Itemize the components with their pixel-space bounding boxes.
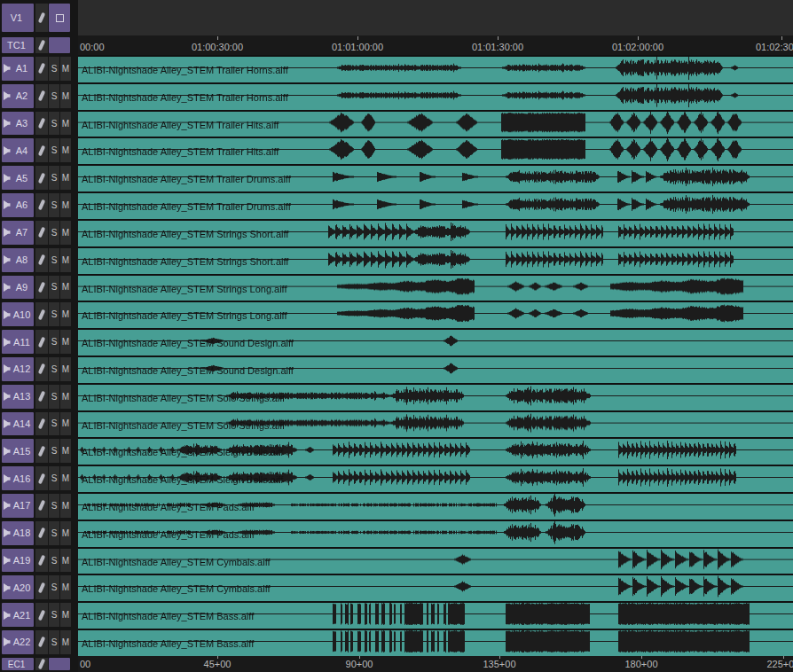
track-selector-a1[interactable]: A1 [2, 57, 34, 81]
solo-button-a19[interactable]: S [49, 549, 59, 573]
pen-tool-cell-tc1[interactable] [35, 37, 48, 53]
solo-button-a7[interactable]: S [49, 221, 59, 245]
track-selector-a15[interactable]: A15 [2, 439, 34, 463]
track-selector-a6[interactable]: A6 [2, 193, 34, 217]
pen-tool-cell-a16[interactable] [35, 466, 48, 490]
solo-button-a22[interactable]: S [49, 630, 59, 654]
track-selector-a9[interactable]: A9 [2, 276, 34, 300]
pen-tool-cell-a15[interactable] [35, 439, 48, 463]
solo-button-a13[interactable]: S [49, 385, 59, 409]
mute-button-a5[interactable]: M [60, 166, 71, 190]
solo-button-a1[interactable]: S [49, 57, 59, 81]
audio-clip-a18[interactable]: ALIBI-Nightshade Alley_STEM Pads.aiff [78, 520, 793, 547]
pen-tool-cell-a3[interactable] [35, 112, 48, 136]
solo-button-a5[interactable]: S [49, 166, 59, 190]
mute-button-a17[interactable]: M [60, 494, 71, 518]
track-selector-a12[interactable]: A12 [2, 357, 34, 381]
mute-button-a21[interactable]: M [60, 603, 71, 627]
mute-button-a16[interactable]: M [60, 466, 71, 490]
mute-button-a7[interactable]: M [60, 221, 71, 245]
track-selector-a19[interactable]: A19 [2, 549, 34, 573]
audio-clip-a16[interactable]: ALIBI-Nightshade Alley_STEM Sleigh Bells… [78, 465, 793, 492]
solo-button-a16[interactable]: S [49, 466, 59, 490]
track-selector-a14[interactable]: A14 [2, 412, 34, 436]
mute-button-a2[interactable]: M [60, 84, 71, 108]
audio-clip-a15[interactable]: ALIBI-Nightshade Alley_STEM Sleigh Bells… [78, 437, 793, 465]
audio-clip-a11[interactable]: ALIBI-Nightshade Alley_STEM Sound Design… [78, 328, 793, 356]
audio-clip-a22[interactable]: ALIBI-Nightshade Alley_STEM Bass.aiff [78, 629, 793, 656]
track-selector-a13[interactable]: A13 [2, 385, 34, 409]
solo-button-a17[interactable]: S [49, 494, 59, 518]
track-selector-a5[interactable]: A5 [2, 166, 34, 190]
audio-clip-a6[interactable]: ALIBI-Nightshade Alley_STEM Trailer Drum… [78, 191, 793, 219]
solo-button-a20[interactable]: S [49, 575, 59, 599]
track-selector-a11[interactable]: A11 [2, 330, 34, 354]
solo-button-a6[interactable]: S [49, 193, 59, 217]
video-track-lane-v1[interactable] [78, 0, 793, 35]
pen-tool-cell-a9[interactable] [35, 276, 48, 300]
pen-tool-cell-a7[interactable] [35, 221, 48, 245]
mute-button-a8[interactable]: M [60, 248, 71, 272]
audio-clip-a13[interactable]: ALIBI-Nightshade Alley_STEM Solo Strings… [78, 383, 793, 410]
audio-clip-a21[interactable]: ALIBI-Nightshade Alley_STEM Bass.aiff [78, 601, 793, 629]
pen-tool-cell-a14[interactable] [35, 412, 48, 436]
audio-clip-a4[interactable]: ALIBI-Nightshade Alley_STEM Trailer Hits… [78, 137, 793, 164]
pen-tool-cell-ec1[interactable] [35, 658, 48, 670]
solo-button-a3[interactable]: S [49, 112, 59, 136]
pen-tool-cell-a11[interactable] [35, 330, 48, 354]
track-selector-a2[interactable]: A2 [2, 84, 34, 108]
audio-clip-a3[interactable]: ALIBI-Nightshade Alley_STEM Trailer Hits… [78, 110, 793, 137]
solo-button-a15[interactable]: S [49, 439, 59, 463]
pen-tool-cell-a5[interactable] [35, 166, 48, 190]
mute-button-a10[interactable]: M [60, 302, 71, 326]
track-selector-a17[interactable]: A17 [2, 494, 34, 518]
pen-tool-cell-a21[interactable] [35, 603, 48, 627]
solo-button-a21[interactable]: S [49, 603, 59, 627]
pen-tool-cell-v1[interactable] [35, 4, 48, 32]
mute-button-a11[interactable]: M [60, 330, 71, 354]
pen-tool-cell-a22[interactable] [35, 630, 48, 654]
audio-clip-a1[interactable]: ALIBI-Nightshade Alley_STEM Trailer Horn… [78, 55, 793, 82]
track-selector-a21[interactable]: A21 [2, 603, 34, 627]
audio-clip-a12[interactable]: ALIBI-Nightshade Alley_STEM Sound Design… [78, 356, 793, 383]
solo-button-a14[interactable]: S [49, 412, 59, 436]
pen-tool-cell-a6[interactable] [35, 193, 48, 217]
track-selector-a8[interactable]: A8 [2, 248, 34, 272]
mute-button-a19[interactable]: M [60, 549, 71, 573]
audio-clip-a14[interactable]: ALIBI-Nightshade Alley_STEM Solo Strings… [78, 410, 793, 438]
solo-button-a10[interactable]: S [49, 302, 59, 326]
pen-tool-cell-a1[interactable] [35, 57, 48, 81]
audio-clip-a8[interactable]: ALIBI-Nightshade Alley_STEM Strings Shor… [78, 246, 793, 274]
solo-button-a4[interactable]: S [49, 138, 59, 162]
pen-tool-cell-a17[interactable] [35, 494, 48, 518]
mute-button-a15[interactable]: M [60, 439, 71, 463]
mute-button-a3[interactable]: M [60, 112, 71, 136]
pen-tool-cell-a18[interactable] [35, 521, 48, 545]
solo-button-a9[interactable]: S [49, 276, 59, 300]
mute-button-a4[interactable]: M [60, 138, 71, 162]
track-selector-ec1[interactable]: EC1 [2, 658, 34, 670]
pen-tool-cell-a13[interactable] [35, 385, 48, 409]
pen-tool-cell-a8[interactable] [35, 248, 48, 272]
track-selector-a4[interactable]: A4 [2, 138, 34, 162]
solo-button-a8[interactable]: S [49, 248, 59, 272]
mute-button-a20[interactable]: M [60, 575, 71, 599]
track-selector-a7[interactable]: A7 [2, 221, 34, 245]
audio-clip-a20[interactable]: ALIBI-Nightshade Alley_STEM Cymbals.aiff [78, 574, 793, 601]
mute-button-a6[interactable]: M [60, 193, 71, 217]
mute-button-a12[interactable]: M [60, 357, 71, 381]
mute-button-a9[interactable]: M [60, 276, 71, 300]
audio-clip-a5[interactable]: ALIBI-Nightshade Alley_STEM Trailer Drum… [78, 164, 793, 191]
pen-tool-cell-a2[interactable] [35, 84, 48, 108]
track-selector-v1[interactable]: V1 [2, 4, 34, 32]
audio-clip-a2[interactable]: ALIBI-Nightshade Alley_STEM Trailer Horn… [78, 82, 793, 110]
pen-tool-cell-a4[interactable] [35, 138, 48, 162]
track-selector-a10[interactable]: A10 [2, 302, 34, 326]
solo-button-a11[interactable]: S [49, 330, 59, 354]
mute-button-a18[interactable]: M [60, 521, 71, 545]
audio-clip-a17[interactable]: ALIBI-Nightshade Alley_STEM Pads.aiff [78, 492, 793, 520]
audio-clip-a7[interactable]: ALIBI-Nightshade Alley_STEM Strings Shor… [78, 219, 793, 246]
solo-button-a2[interactable]: S [49, 84, 59, 108]
mute-button-a14[interactable]: M [60, 412, 71, 436]
track-selector-a20[interactable]: A20 [2, 575, 34, 599]
